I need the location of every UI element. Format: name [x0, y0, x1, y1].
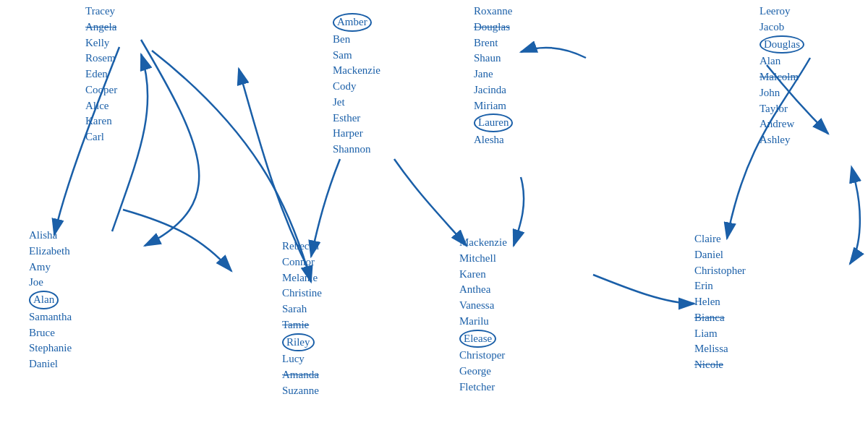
arrows-svg [0, 0, 868, 441]
name-label: Suzanne [282, 383, 322, 399]
group-mid-left: AlishaElizabethAmyJoeAlanSamanthaBruceSt… [29, 228, 72, 372]
name-label: Roxanne [474, 4, 513, 20]
name-label: Jane [474, 67, 513, 82]
name-label: Bruce [29, 325, 72, 341]
name-label: Ben [333, 32, 380, 48]
name-label: Claire [694, 231, 746, 247]
name-label: Ashley [760, 132, 804, 148]
name-label: Stephanie [29, 341, 72, 356]
name-label: Vanessa [459, 298, 507, 314]
name-label: Jet [333, 95, 380, 111]
name-label: Fletcher [459, 380, 507, 395]
name-label: Amy [29, 260, 72, 275]
name-label: Tracey [85, 4, 117, 20]
name-label: Melanie [282, 270, 322, 286]
name-label: Carl [85, 129, 117, 145]
name-label: Malcolm [760, 69, 804, 85]
name-label: Elizabeth [29, 244, 72, 260]
name-label: Sarah [282, 301, 322, 317]
name-label: Anthea [459, 282, 507, 298]
name-label: Rebecca [282, 239, 322, 254]
name-label: John [760, 85, 804, 101]
name-label: Sam [333, 48, 380, 64]
name-label: Lauren [474, 114, 513, 132]
name-label: Connor [282, 254, 322, 270]
name-label: Kelly [85, 35, 117, 51]
group-top-center-left: AmberBenSamMackenzieCodyJetEstherHarperS… [333, 13, 380, 158]
name-label: Esther [333, 111, 380, 127]
name-label: Amanda [282, 367, 322, 383]
name-label: Mackenzie [459, 235, 507, 251]
name-label: Karen [459, 267, 507, 283]
name-label: Alice [85, 98, 117, 114]
name-label: Erin [694, 278, 746, 294]
name-label: Marilu [459, 314, 507, 330]
name-label: George [459, 364, 507, 380]
name-label: Tamie [282, 317, 322, 333]
group-mid-center-right: MackenzieMitchellKarenAntheaVanessaMaril… [459, 235, 507, 395]
name-label: Mackenzie [333, 63, 380, 79]
name-label: Mitchell [459, 251, 507, 267]
name-label: Eden [85, 67, 117, 82]
name-label: Brent [474, 35, 513, 51]
name-label: Alan [29, 291, 59, 309]
name-label: Elease [459, 330, 496, 348]
name-label: Douglas [474, 20, 513, 35]
name-label: Alesha [474, 132, 513, 148]
name-label: Christine [282, 286, 322, 301]
name-label: Joe [29, 275, 72, 291]
name-label: Miriam [474, 98, 513, 114]
group-top-right: LeeroyJacobDouglasAlanMalcolmJohnTaylorA… [760, 4, 804, 148]
name-label: Christoper [459, 348, 507, 364]
group-mid-right: ClaireDanielChristopherErinHelenBiancaLi… [694, 231, 746, 373]
main-canvas: TraceyAngelaKellyRosemEdenCooperAliceKar… [0, 0, 868, 441]
name-label: Liam [694, 326, 746, 342]
name-label: Douglas [760, 35, 804, 54]
group-top-left: TraceyAngelaKellyRosemEdenCooperAliceKar… [85, 4, 117, 145]
name-label: Daniel [694, 247, 746, 263]
name-label: Harper [333, 126, 380, 142]
name-label: Angela [85, 20, 117, 35]
name-label: Daniel [29, 356, 72, 372]
name-label: Melissa [694, 341, 746, 357]
name-label: Shaun [474, 51, 513, 67]
name-label: Christopher [694, 263, 746, 279]
name-label: Andrew [760, 116, 804, 132]
name-label: Samantha [29, 309, 72, 325]
name-label: Lucy [282, 351, 322, 367]
name-label: Alisha [29, 228, 72, 244]
name-label: Helen [694, 294, 746, 310]
name-label: Alan [760, 53, 804, 69]
name-label: Jacinda [474, 82, 513, 98]
name-label: Bianca [694, 310, 746, 326]
name-label: Karen [85, 114, 117, 129]
name-label: Amber [333, 13, 372, 32]
name-label: Riley [282, 333, 315, 352]
group-top-center-right: RoxanneDouglasBrentShaunJaneJacindaMiria… [474, 4, 513, 148]
name-label: Shannon [333, 142, 380, 158]
name-label: Leeroy [760, 4, 804, 20]
name-label: Cody [333, 79, 380, 95]
name-label: Jacob [760, 20, 804, 35]
name-label: Taylor [760, 101, 804, 117]
group-mid-center-left: RebeccaConnorMelanieChristineSarahTamieR… [282, 239, 322, 399]
name-label: Nicole [694, 357, 746, 373]
name-label: Rosem [85, 51, 117, 67]
name-label: Cooper [85, 82, 117, 98]
